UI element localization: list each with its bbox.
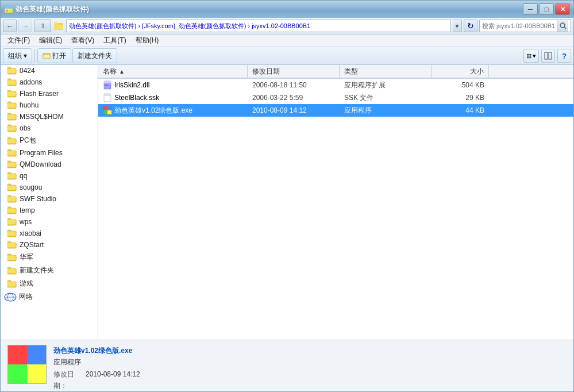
preview-filename: 劲色英雄v1.02绿色版.exe bbox=[53, 345, 567, 356]
svg-rect-55 bbox=[7, 220, 16, 225]
sidebar-item-游戏[interactable]: 游戏 bbox=[1, 277, 98, 290]
sidebar-item-0424[interactable]: 0424 bbox=[1, 65, 98, 76]
sidebar-item-新建文件夹[interactable]: 新建文件夹 bbox=[1, 264, 98, 277]
address-path-text: 劲色英雄(颜色抓取软件) › [JFsky.com]_劲色英雄(颜色抓取软件) … bbox=[69, 22, 310, 30]
maximize-button[interactable]: □ bbox=[539, 3, 554, 15]
svg-rect-43 bbox=[7, 174, 16, 179]
col-header-size[interactable]: 大小 bbox=[432, 65, 489, 78]
sidebar-item-obs[interactable]: obs bbox=[1, 122, 98, 134]
file-type: 应用程序 bbox=[340, 106, 432, 116]
close-button[interactable]: ✕ bbox=[555, 3, 570, 15]
menu-tools[interactable]: 工具(T) bbox=[99, 34, 130, 47]
svg-rect-49 bbox=[7, 197, 16, 202]
sidebar-item-QMDownload[interactable]: QMDownload bbox=[1, 159, 98, 170]
svg-point-8 bbox=[560, 23, 565, 28]
view-button[interactable]: ⊞▾ bbox=[523, 49, 539, 63]
new-folder-button[interactable]: 新建文件夹 bbox=[72, 48, 117, 63]
sidebar-item-sougou[interactable]: sougou bbox=[1, 182, 98, 193]
file-type: 应用程序扩展 bbox=[340, 80, 432, 90]
file-name-text: 劲色英雄v1.02绿色版.exe bbox=[114, 106, 192, 116]
col-header-name[interactable]: 名称 ▲ bbox=[98, 65, 248, 78]
network-icon bbox=[4, 293, 17, 302]
folder-icon bbox=[7, 206, 17, 214]
sidebar-item-temp[interactable]: temp bbox=[1, 205, 98, 216]
minimize-button[interactable]: ─ bbox=[523, 3, 538, 15]
col-header-date[interactable]: 修改日期 bbox=[248, 65, 340, 78]
sidebar-item-PC包[interactable]: PC包 bbox=[1, 134, 98, 147]
sidebar-item-Flash Eraser[interactable]: Flash Eraser bbox=[1, 88, 98, 99]
svg-rect-37 bbox=[7, 151, 16, 156]
file-name-cell: SteelBlack.ssk bbox=[98, 93, 248, 102]
open-button[interactable]: 打开 bbox=[37, 48, 71, 63]
back-button[interactable]: ← bbox=[3, 20, 17, 32]
folder-name: addons bbox=[20, 78, 42, 86]
toolbar-sep1 bbox=[34, 49, 35, 63]
sidebar-item-SWF Studio[interactable]: SWF Studio bbox=[1, 193, 98, 205]
up-button[interactable]: ⇧ bbox=[34, 20, 51, 32]
file-row[interactable]: DLL IrisSkin2.dll 2006-08-18 11:50 应用程序扩… bbox=[98, 79, 573, 91]
address-dropdown-button[interactable]: ▼ bbox=[453, 20, 462, 32]
folder-name: qq bbox=[20, 172, 27, 180]
file-list-header: 名称 ▲ 修改日期 类型 大小 bbox=[98, 65, 573, 79]
menu-view[interactable]: 查看(V) bbox=[67, 34, 99, 47]
content-area: 0424 addons Flash Eraser huohu MSSQL$HOM… bbox=[1, 65, 573, 340]
sidebar-network[interactable]: 网络 bbox=[1, 290, 98, 303]
svg-rect-13 bbox=[549, 52, 552, 59]
sidebar-item-qq[interactable]: qq bbox=[1, 170, 98, 182]
preview-info: 劲色英雄v1.02绿色版.exe 应用程序 修改日期： 2010-08-09 1… bbox=[53, 345, 567, 392]
svg-line-9 bbox=[564, 27, 566, 29]
folder-icon bbox=[7, 90, 17, 98]
pane-button[interactable] bbox=[541, 49, 555, 63]
sidebar-item-华军[interactable]: 华军 bbox=[1, 251, 98, 264]
sidebar-item-wps[interactable]: wps bbox=[1, 216, 98, 228]
svg-rect-2 bbox=[6, 10, 8, 11]
folder-name: MSSQL$HOM bbox=[20, 113, 64, 121]
sidebar-item-Program Files[interactable]: Program Files bbox=[1, 147, 98, 159]
file-icon-ssk bbox=[103, 93, 112, 102]
sidebar-item-xiaobai[interactable]: xiaobai bbox=[1, 228, 98, 239]
folder-name: QMDownload bbox=[20, 160, 61, 168]
file-row[interactable]: 劲色英雄v1.02绿色版.exe 2010-08-09 14:12 应用程序 4… bbox=[98, 104, 573, 117]
menu-file[interactable]: 文件(F) bbox=[3, 34, 34, 47]
sidebar-item-huohu[interactable]: huohu bbox=[1, 99, 98, 111]
search-input[interactable] bbox=[482, 22, 557, 29]
svg-rect-78 bbox=[104, 94, 111, 96]
menu-edit[interactable]: 编辑(E) bbox=[34, 34, 67, 47]
sidebar: 0424 addons Flash Eraser huohu MSSQL$HOM… bbox=[1, 65, 98, 340]
new-folder-label: 新建文件夹 bbox=[78, 51, 112, 61]
organize-button[interactable]: 组织 ▾ bbox=[3, 48, 32, 63]
organize-label: 组织 ▾ bbox=[8, 51, 27, 61]
refresh-button[interactable]: ↻ bbox=[464, 20, 477, 32]
file-row[interactable]: SteelBlack.ssk 2006-03-22 5:59 SSK 文件 29… bbox=[98, 91, 573, 104]
help-button[interactable]: ? bbox=[557, 49, 571, 63]
folder-icon bbox=[7, 101, 17, 109]
file-size: 504 KB bbox=[432, 81, 489, 89]
pane-icon bbox=[544, 52, 552, 60]
forward-button[interactable]: → bbox=[18, 20, 32, 32]
svg-rect-83 bbox=[107, 110, 111, 114]
file-type: SSK 文件 bbox=[340, 93, 432, 103]
sidebar-item-ZQStart[interactable]: ZQStart bbox=[1, 239, 98, 251]
folder-name: temp bbox=[20, 206, 35, 214]
svg-rect-12 bbox=[545, 52, 548, 59]
menu-help[interactable]: 帮助(H) bbox=[131, 34, 164, 47]
svg-rect-58 bbox=[7, 231, 16, 236]
sidebar-item-addons[interactable]: addons bbox=[1, 76, 98, 88]
folder-name: PC包 bbox=[20, 136, 36, 145]
folder-icon bbox=[7, 160, 17, 168]
svg-rect-67 bbox=[7, 268, 16, 274]
address-path[interactable]: 劲色英雄(颜色抓取软件) › [JFsky.com]_劲色英雄(颜色抓取软件) … bbox=[66, 20, 451, 32]
svg-rect-11 bbox=[43, 55, 50, 59]
sidebar-item-MSSQL$HOM[interactable]: MSSQL$HOM bbox=[1, 111, 98, 122]
network-label: 网络 bbox=[19, 292, 33, 302]
address-bar: ← → ⇧ 劲色英雄(颜色抓取软件) › [JFsky.com]_劲色英雄(颜色… bbox=[1, 18, 573, 34]
open-icon bbox=[43, 52, 51, 60]
col-header-type[interactable]: 类型 bbox=[340, 65, 432, 78]
title-bar-text: 劲色英雄(颜色抓取软件) bbox=[16, 5, 523, 14]
search-button[interactable] bbox=[557, 20, 568, 32]
folder-icon bbox=[7, 241, 17, 249]
folder-name: 新建文件夹 bbox=[20, 266, 54, 275]
svg-rect-52 bbox=[7, 208, 16, 213]
open-label: 打开 bbox=[52, 51, 66, 61]
svg-rect-16 bbox=[7, 68, 16, 74]
